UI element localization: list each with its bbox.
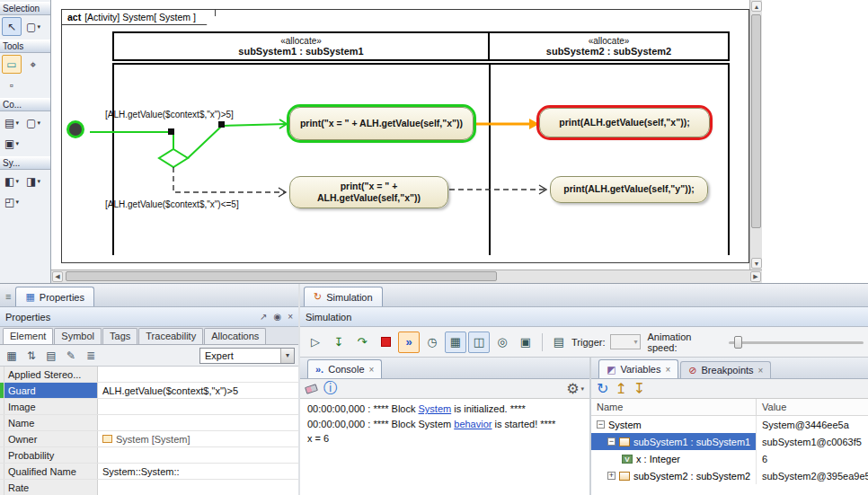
property-row-applied-stereotype[interactable]: Applied Stereo... xyxy=(0,367,298,383)
pointer-tool-button[interactable]: ⌖ xyxy=(23,55,43,74)
variable-row-system[interactable]: System System@3446ee5a xyxy=(591,416,868,433)
horizontal-scroll-thumb[interactable] xyxy=(66,271,497,281)
close-icon[interactable]: × xyxy=(369,365,375,375)
property-row-image[interactable]: Image xyxy=(0,399,298,415)
tab-allocations[interactable]: Allocations xyxy=(204,328,266,344)
scroll-down-button[interactable]: ▼ xyxy=(751,258,762,269)
sort-icon[interactable]: ⇅ xyxy=(23,348,40,364)
sysml-tool-3-button[interactable]: ◰▾ xyxy=(2,192,22,211)
common-tool-2-button[interactable]: ▢▾ xyxy=(23,113,43,132)
activity-frame-tab[interactable]: act[Activity] System[ System ] xyxy=(61,9,216,25)
restore-icon[interactable]: ↗ xyxy=(260,312,267,322)
properties-mode-select[interactable]: Expert ▾ xyxy=(199,348,295,364)
close-icon[interactable]: × xyxy=(288,312,293,322)
vertical-scroll-thumb[interactable] xyxy=(751,14,761,228)
property-row-rate[interactable]: Rate xyxy=(0,480,298,495)
tab-tags[interactable]: Tags xyxy=(102,328,137,344)
description-icon[interactable]: ▤ xyxy=(43,348,59,364)
swimlane-subsystem1-header[interactable]: «allocate» subSystem1 : subSystem1 xyxy=(114,33,490,59)
hold-button[interactable]: ▣ xyxy=(515,331,536,353)
horizontal-scrollbar[interactable]: ◀ ▶ xyxy=(51,270,762,283)
variable-row-subsystem1[interactable]: subSystem1 : subSystem1 subSystem1@c0063… xyxy=(591,433,868,450)
export-values-icon[interactable]: ↧ xyxy=(633,380,645,397)
tab-symbol[interactable]: Symbol xyxy=(54,328,102,344)
animate-activity-toggle[interactable]: ▦ xyxy=(445,331,466,353)
info-icon[interactable]: ⓘ xyxy=(323,379,338,398)
scroll-left-button[interactable]: ◀ xyxy=(52,271,63,282)
refresh-icon[interactable]: ↻ xyxy=(597,380,608,397)
categorize-icon[interactable]: ▦ xyxy=(4,348,20,364)
variable-row-x[interactable]: Vx : Integer 6 xyxy=(591,450,868,467)
palette-section-common[interactable]: Co... xyxy=(0,98,50,111)
variables-icon: ◩ xyxy=(607,364,616,376)
property-row-owner[interactable]: OwnerSystem [System] xyxy=(0,431,298,447)
edit-icon[interactable]: ✎ xyxy=(63,348,79,364)
action-node-print-y[interactable]: print(ALH.getValue(self,"y")); xyxy=(550,176,708,203)
scroll-right-button[interactable]: ▶ xyxy=(750,271,761,282)
vertical-scrollbar[interactable]: ▲ ▼ xyxy=(749,0,762,270)
tab-traceability[interactable]: Traceability xyxy=(138,328,203,344)
step-over-button[interactable]: ↷ xyxy=(351,331,373,353)
import-values-icon[interactable]: ↥ xyxy=(615,380,626,397)
column-value[interactable]: Value xyxy=(757,399,868,415)
initial-node[interactable] xyxy=(66,120,84,138)
run-button[interactable]: ▷ xyxy=(305,331,326,353)
console-options-button[interactable]: ⚙ ▾ xyxy=(566,380,584,397)
animation-speed-button[interactable]: ◷ xyxy=(421,331,443,353)
step-into-button[interactable]: ↧ xyxy=(328,331,350,353)
element-link[interactable]: System xyxy=(419,403,452,414)
console-output[interactable]: 00:00:00,000 : **** Block System is init… xyxy=(300,399,589,495)
palette-section-selection[interactable]: Selection xyxy=(0,2,50,15)
step-over-icon: ↷ xyxy=(358,335,368,349)
palette-section-tools[interactable]: Tools xyxy=(0,40,50,53)
slider-thumb[interactable] xyxy=(734,336,742,349)
scroll-up-button[interactable]: ▲ xyxy=(751,1,762,12)
column-name[interactable]: Name xyxy=(591,399,757,415)
tab-variables[interactable]: ◩ Variables × xyxy=(598,359,678,378)
trigger-select[interactable]: ▾ xyxy=(610,334,641,349)
diagram-canvas[interactable]: act[Activity] System[ System ] «allocate… xyxy=(51,0,762,283)
guard-label-bottom[interactable]: [ALH.getValue($context$,"x")<=5] xyxy=(105,199,239,209)
common-tool-1-button[interactable]: ▤▾ xyxy=(2,113,22,132)
terminate-button[interactable] xyxy=(375,331,396,353)
tab-element[interactable]: Element xyxy=(3,328,53,344)
tab-console[interactable]: ». Console × xyxy=(307,359,382,378)
property-row-probability[interactable]: Probability xyxy=(0,447,298,464)
tab-breakpoints[interactable]: ⊘ Breakpoints × xyxy=(680,361,771,378)
collapse-icon[interactable] xyxy=(597,420,605,429)
common-tool-3-button[interactable]: ▣▾ xyxy=(2,134,22,153)
property-row-guard[interactable]: GuardALH.getValue($context$,"x")>5 xyxy=(0,383,298,399)
close-icon[interactable]: × xyxy=(758,366,764,376)
tab-label: Simulation xyxy=(326,292,372,303)
swimlane-subsystem2-header[interactable]: «allocate» subSystem2 : subSystem2 xyxy=(490,33,728,59)
sticky-tool-button[interactable]: ▭ xyxy=(2,55,22,74)
action-node-print-x-1[interactable]: print("x = " + ALH.getValue(self,"x")) xyxy=(289,107,474,140)
close-icon[interactable]: × xyxy=(665,365,670,375)
variable-row-subsystem2[interactable]: subSystem2 : subSystem2 subSystem2@395ea… xyxy=(591,467,868,484)
tab-properties[interactable]: ▦ Properties xyxy=(15,287,94,306)
action-node-print-x-2[interactable]: print(ALH.getValue(self,"x")); xyxy=(539,108,710,137)
export-results-button[interactable]: ▤ xyxy=(548,331,570,353)
tab-simulation[interactable]: ↻ Simulation xyxy=(304,287,383,306)
action-node-print-x-3[interactable]: print("x = " + ALH.getValue(self,"x")) xyxy=(289,176,448,208)
collapse-icon[interactable] xyxy=(607,438,616,446)
property-row-name[interactable]: Name xyxy=(0,415,298,431)
animation-speed-slider[interactable] xyxy=(729,334,864,350)
expand-icon[interactable] xyxy=(607,472,616,480)
sysml-tool-1-button[interactable]: ◧▾ xyxy=(2,172,22,190)
dock-menu-icon[interactable]: ≡ xyxy=(5,291,11,302)
guard-label-top[interactable]: [ALH.getValue($context$,"x")>5] xyxy=(105,110,234,119)
vertex-mover-button[interactable]: ▢▾ xyxy=(23,17,43,36)
property-row-qualified-name[interactable]: Qualified NameSystem::System:: xyxy=(0,464,298,480)
element-link[interactable]: behavior xyxy=(454,419,492,429)
clear-console-icon[interactable] xyxy=(305,384,318,394)
auto-open-diagram-button[interactable]: ◎ xyxy=(492,331,513,353)
palette-section-sysml[interactable]: Sy... xyxy=(0,156,50,170)
note-tool-button[interactable]: ▫ xyxy=(2,75,22,94)
animate-state-toggle[interactable]: ◫ xyxy=(468,331,490,353)
list-icon[interactable]: ≣ xyxy=(83,348,99,364)
resume-button[interactable]: » xyxy=(398,331,420,353)
sysml-tool-2-button[interactable]: ◨▾ xyxy=(23,172,43,190)
pin-icon[interactable]: ◉ xyxy=(273,312,281,322)
selection-cursor-button[interactable]: ↖ xyxy=(2,17,22,36)
